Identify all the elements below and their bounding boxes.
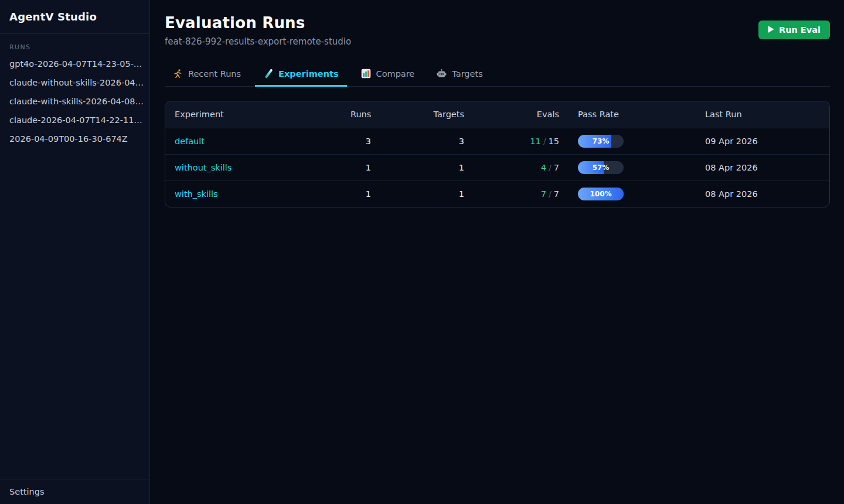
col-header-targets: Targets: [380, 101, 474, 128]
tab-label: Experiments: [278, 69, 338, 79]
targets-cell: 3: [380, 128, 474, 154]
sidebar-run-item[interactable]: claude-2026-04-07T14-22-11…: [0, 111, 149, 130]
runs-cell: 1: [341, 181, 380, 207]
experiment-link[interactable]: with_skills: [175, 189, 218, 199]
runs-section-label: RUNS: [0, 34, 149, 55]
run-eval-label: Run Eval: [779, 25, 821, 35]
pass-rate-label: 73%: [578, 135, 624, 148]
settings-link[interactable]: Settings: [9, 487, 140, 496]
sidebar-run-item[interactable]: gpt4o-2026-04-07T14-23-05-…: [0, 55, 149, 73]
evals-cell: 7/7: [474, 181, 569, 207]
tab-recent-runs[interactable]: Recent Runs: [165, 63, 249, 87]
col-header-pass-rate: Pass Rate: [569, 101, 696, 128]
runs-cell: 3: [341, 128, 380, 154]
tab-label: Recent Runs: [188, 69, 241, 79]
last-run-cell: 08 Apr 2026: [696, 181, 829, 207]
targets-cell: 1: [380, 181, 474, 207]
run-eval-button[interactable]: Run Eval: [758, 21, 830, 39]
robot-icon: [437, 69, 447, 79]
col-header-evals: Evals: [474, 101, 569, 128]
tab-label: Targets: [452, 69, 482, 79]
pass-rate-pill: 57%: [578, 161, 624, 174]
sidebar-run-item[interactable]: claude-with-skills-2026-04-08…: [0, 92, 149, 111]
branch-subtitle: feat-826-992-results-export-remote-studi…: [165, 36, 351, 47]
pass-rate-label: 100%: [578, 188, 624, 200]
tab-label: Compare: [376, 69, 415, 79]
pass-rate-pill: 73%: [578, 135, 624, 148]
col-header-runs: Runs: [341, 101, 380, 128]
last-run-cell: 08 Apr 2026: [696, 154, 829, 181]
pass-rate-label: 57%: [578, 161, 624, 174]
experiments-table-card: Experiment Runs Targets Evals Pass Rate …: [165, 101, 830, 207]
table-header-row: Experiment Runs Targets Evals Pass Rate …: [165, 101, 829, 128]
pass-rate-pill: 100%: [578, 188, 624, 200]
experiments-table: Experiment Runs Targets Evals Pass Rate …: [165, 101, 829, 207]
evals-cell: 4/7: [474, 154, 569, 181]
test-tube-icon: [263, 69, 273, 79]
page-title: Evaluation Runs: [165, 14, 351, 32]
sidebar-run-item[interactable]: claude-without-skills-2026-04…: [0, 73, 149, 92]
bar-chart-icon: [361, 69, 371, 79]
sidebar-spacer: [0, 148, 149, 479]
table-row: default 3 3 11/15 73% 09 Apr 2026: [165, 128, 829, 154]
runs-cell: 1: [341, 154, 380, 181]
sidebar: AgentV Studio RUNS gpt4o-2026-04-07T14-2…: [0, 0, 150, 504]
table-row: with_skills 1 1 7/7 100% 08 Apr 2026: [165, 181, 829, 207]
experiment-link[interactable]: without_skills: [175, 163, 232, 172]
col-header-last-run: Last Run: [696, 101, 829, 128]
last-run-cell: 09 Apr 2026: [696, 128, 829, 154]
sidebar-footer: Settings: [0, 479, 149, 504]
runner-icon: [173, 69, 183, 79]
app-title: AgentV Studio: [0, 0, 149, 34]
col-header-experiment: Experiment: [165, 101, 341, 128]
play-icon: [768, 25, 774, 35]
runs-list: gpt4o-2026-04-07T14-23-05-… claude-witho…: [0, 55, 149, 148]
experiment-link[interactable]: default: [175, 137, 205, 146]
sidebar-run-item[interactable]: 2026-04-09T00-16-30-674Z: [0, 130, 149, 148]
tab-bar: Recent Runs Experiments: [165, 63, 830, 87]
page-header: Evaluation Runs feat-826-992-results-exp…: [165, 14, 830, 47]
evals-cell: 11/15: [474, 128, 569, 154]
table-row: without_skills 1 1 4/7 57% 08 Apr 2026: [165, 154, 829, 181]
tab-compare[interactable]: Compare: [353, 63, 423, 87]
main-content: Evaluation Runs feat-826-992-results-exp…: [150, 0, 844, 504]
tab-experiments[interactable]: Experiments: [255, 63, 346, 87]
tab-targets[interactable]: Targets: [428, 63, 491, 87]
targets-cell: 1: [380, 154, 474, 181]
